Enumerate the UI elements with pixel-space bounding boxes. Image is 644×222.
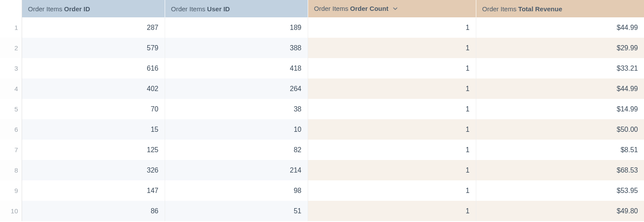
cell-order-id[interactable]: 125 bbox=[22, 140, 165, 160]
cell-order-id[interactable]: 15 bbox=[22, 119, 165, 140]
cell-total-revenue[interactable]: $44.99 bbox=[476, 78, 644, 99]
cell-user-id[interactable]: 38 bbox=[165, 99, 308, 119]
cell-order-id[interactable]: 326 bbox=[22, 160, 165, 180]
table-row[interactable]: 7125821$8.51 bbox=[0, 140, 644, 160]
row-number-cell: 5 bbox=[0, 99, 22, 119]
cell-order-count[interactable]: 1 bbox=[308, 119, 476, 140]
cell-user-id[interactable]: 189 bbox=[165, 17, 308, 38]
table-row[interactable]: 36164181$33.21 bbox=[0, 58, 644, 78]
cell-user-id[interactable]: 51 bbox=[165, 201, 308, 221]
table-row[interactable]: 44022641$44.99 bbox=[0, 78, 644, 99]
table-row[interactable]: 615101$50.00 bbox=[0, 119, 644, 140]
cell-total-revenue[interactable]: $14.99 bbox=[476, 99, 644, 119]
cell-order-count[interactable]: 1 bbox=[308, 160, 476, 180]
column-label: Order ID bbox=[64, 5, 90, 13]
cell-user-id[interactable]: 82 bbox=[165, 140, 308, 160]
table-row[interactable]: 83262141$68.53 bbox=[0, 160, 644, 180]
cell-total-revenue[interactable]: $33.21 bbox=[476, 58, 644, 78]
cell-order-count[interactable]: 1 bbox=[308, 17, 476, 38]
data-table: Order Items Order ID Order Items User ID… bbox=[0, 0, 644, 221]
cell-total-revenue[interactable]: $49.80 bbox=[476, 201, 644, 221]
table-body: 12871891$44.9925793881$29.9936164181$33.… bbox=[0, 17, 644, 221]
column-prefix: Order Items bbox=[482, 5, 517, 13]
column-label: User ID bbox=[207, 5, 230, 13]
cell-total-revenue[interactable]: $8.51 bbox=[476, 140, 644, 160]
cell-order-id[interactable]: 579 bbox=[22, 38, 165, 58]
column-prefix: Order Items bbox=[171, 5, 205, 13]
column-prefix: Order Items bbox=[314, 5, 348, 12]
cell-order-id[interactable]: 147 bbox=[22, 180, 165, 201]
table-header: Order Items Order ID Order Items User ID… bbox=[0, 0, 644, 17]
column-header-order-count[interactable]: Order Items Order Count bbox=[308, 0, 476, 17]
cell-user-id[interactable]: 388 bbox=[165, 38, 308, 58]
cell-user-id[interactable]: 214 bbox=[165, 160, 308, 180]
table-row[interactable]: 1086511$49.80 bbox=[0, 201, 644, 221]
row-number-cell: 3 bbox=[0, 58, 22, 78]
column-label: Order Count bbox=[350, 5, 388, 12]
cell-order-count[interactable]: 1 bbox=[308, 201, 476, 221]
cell-order-count[interactable]: 1 bbox=[308, 180, 476, 201]
cell-user-id[interactable]: 264 bbox=[165, 78, 308, 99]
table-row[interactable]: 570381$14.99 bbox=[0, 99, 644, 119]
column-header-order-id[interactable]: Order Items Order ID bbox=[22, 0, 165, 17]
cell-order-count[interactable]: 1 bbox=[308, 38, 476, 58]
cell-total-revenue[interactable]: $44.99 bbox=[476, 17, 644, 38]
cell-total-revenue[interactable]: $68.53 bbox=[476, 160, 644, 180]
column-header-total-revenue[interactable]: Order Items Total Revenue bbox=[476, 0, 644, 17]
row-number-cell: 10 bbox=[0, 201, 22, 221]
cell-order-count[interactable]: 1 bbox=[308, 78, 476, 99]
cell-order-id[interactable]: 287 bbox=[22, 17, 165, 38]
cell-total-revenue[interactable]: $29.99 bbox=[476, 38, 644, 58]
row-number-cell: 8 bbox=[0, 160, 22, 180]
row-number-cell: 7 bbox=[0, 140, 22, 160]
cell-order-count[interactable]: 1 bbox=[308, 140, 476, 160]
column-label: Total Revenue bbox=[518, 5, 562, 13]
sort-desc-icon bbox=[393, 5, 398, 13]
cell-order-count[interactable]: 1 bbox=[308, 99, 476, 119]
cell-user-id[interactable]: 98 bbox=[165, 180, 308, 201]
cell-order-id[interactable]: 70 bbox=[22, 99, 165, 119]
cell-total-revenue[interactable]: $50.00 bbox=[476, 119, 644, 140]
row-number-cell: 9 bbox=[0, 180, 22, 201]
table-row[interactable]: 9147981$53.95 bbox=[0, 180, 644, 201]
row-number-cell: 2 bbox=[0, 38, 22, 58]
row-number-cell: 1 bbox=[0, 17, 22, 38]
table-row[interactable]: 25793881$29.99 bbox=[0, 38, 644, 58]
cell-order-id[interactable]: 402 bbox=[22, 78, 165, 99]
row-number-cell: 6 bbox=[0, 119, 22, 140]
row-number-cell: 4 bbox=[0, 78, 22, 99]
cell-user-id[interactable]: 10 bbox=[165, 119, 308, 140]
cell-user-id[interactable]: 418 bbox=[165, 58, 308, 78]
cell-total-revenue[interactable]: $53.95 bbox=[476, 180, 644, 201]
column-prefix: Order Items bbox=[28, 5, 62, 13]
cell-order-count[interactable]: 1 bbox=[308, 58, 476, 78]
cell-order-id[interactable]: 86 bbox=[22, 201, 165, 221]
cell-order-id[interactable]: 616 bbox=[22, 58, 165, 78]
column-header-user-id[interactable]: Order Items User ID bbox=[165, 0, 308, 17]
table-row[interactable]: 12871891$44.99 bbox=[0, 17, 644, 38]
row-number-header bbox=[0, 0, 22, 17]
